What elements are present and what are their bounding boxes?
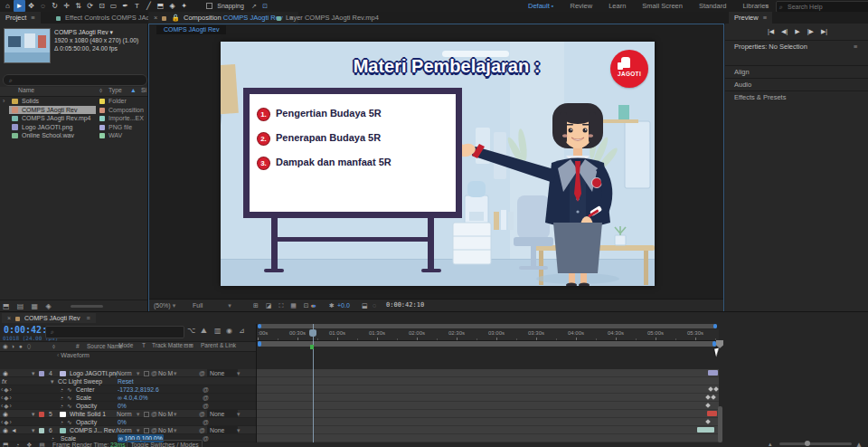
track-lane[interactable] bbox=[257, 369, 719, 377]
selection-tool[interactable]: ► bbox=[14, 0, 25, 12]
exposure-value[interactable]: +0.0 bbox=[337, 300, 350, 311]
column-name[interactable]: Name bbox=[18, 87, 34, 93]
lock-icon[interactable]: 🔒 bbox=[172, 14, 180, 22]
playhead-handle[interactable] bbox=[309, 329, 316, 337]
layer-name[interactable]: White Solid 1 bbox=[70, 410, 117, 418]
properties-panel-header[interactable]: Properties: No Selection ≡ bbox=[725, 40, 868, 52]
panel-menu-icon[interactable]: ≡ bbox=[86, 315, 90, 321]
next-frame-button[interactable]: |▶ bbox=[807, 28, 814, 35]
waveform-label[interactable]: ‹ Waveform bbox=[57, 352, 90, 358]
workspace-default[interactable]: Default ▪ bbox=[528, 0, 554, 12]
work-area-start[interactable] bbox=[258, 341, 261, 347]
property-value[interactable]: 0% bbox=[118, 418, 127, 426]
work-area-bar[interactable] bbox=[258, 341, 716, 347]
project-item[interactable]: COMPS JAogti Rev.mp4 Importe...EX bbox=[0, 114, 147, 123]
graph-icon[interactable]: ∿ bbox=[67, 402, 72, 410]
matte-pickwhip-icon[interactable]: @ bbox=[151, 426, 157, 434]
effect-reset-link[interactable]: Reset bbox=[118, 377, 134, 385]
panel-menu-icon[interactable]: ≡ bbox=[763, 14, 767, 22]
label-swatch[interactable] bbox=[99, 125, 105, 130]
composition-flowchart-icon[interactable]: ⌥ bbox=[187, 327, 195, 335]
stopwatch-icon[interactable]: ◔ bbox=[60, 418, 63, 426]
track-lane[interactable] bbox=[257, 394, 719, 402]
tab-project[interactable]: Project≡ bbox=[0, 12, 41, 24]
play-button[interactable]: ▶ bbox=[795, 28, 799, 35]
track-matte-dropdown[interactable]: No M bbox=[158, 369, 173, 377]
property-name[interactable]: Center bbox=[76, 385, 94, 394]
interpret-footage-icon[interactable]: ⬒ bbox=[3, 302, 10, 310]
delete-icon[interactable]: ◈ bbox=[45, 302, 51, 310]
parent-dropdown[interactable]: None bbox=[207, 369, 238, 377]
mask-visibility-icon[interactable]: ◪ bbox=[266, 302, 272, 309]
matte-pickwhip-icon[interactable]: @ bbox=[151, 410, 157, 418]
snap-grid-icon[interactable]: ⊡ bbox=[262, 3, 268, 9]
track-matte-dropdown[interactable]: No M bbox=[158, 426, 173, 434]
timeline-row[interactable]: ‹◆› ◔ ∿ Scale ∞ 4.0,4.0% @ bbox=[0, 394, 256, 402]
layer-name[interactable]: Logo JAGOTI.png bbox=[70, 369, 117, 377]
keyframe-icon[interactable] bbox=[711, 395, 716, 400]
track-lane[interactable] bbox=[257, 426, 719, 434]
toggle-switches-button[interactable]: Toggle Switches / Modes bbox=[127, 440, 203, 447]
composition-canvas[interactable]: 1.Pengertian Budaya 5R 2.Penerapan Buday… bbox=[221, 42, 655, 286]
resolution-dropdown[interactable]: Full ▾ bbox=[193, 300, 231, 311]
close-icon[interactable]: × bbox=[154, 14, 157, 22]
layer-color-swatch[interactable] bbox=[39, 371, 44, 376]
eraser-tool[interactable]: ◈ bbox=[166, 0, 178, 12]
twirl-icon[interactable]: › bbox=[3, 97, 5, 106]
timeline-row[interactable]: ‹◆› ◔ ∿ Opacity 0% @ bbox=[0, 418, 256, 426]
composition-name[interactable]: COMPS JAogti Rev ▾ bbox=[54, 28, 145, 36]
timeline-track-area[interactable]: :00s 00:30s 01:00s 01:30s 02:00s 02:30s … bbox=[256, 324, 719, 442]
time-ruler[interactable]: :00s 00:30s 01:00s 01:30s 02:00s 02:30s … bbox=[257, 329, 719, 341]
chevron-down-icon[interactable]: ▾ bbox=[32, 369, 34, 377]
panel-menu-icon[interactable]: ≡ bbox=[31, 14, 34, 22]
parent-dropdown[interactable]: None bbox=[207, 410, 238, 418]
puppet-pin-tool[interactable]: ✦ bbox=[178, 0, 190, 12]
workspace-learn[interactable]: Learn bbox=[609, 0, 626, 12]
switches-icon[interactable]: ⊟⊞ bbox=[184, 341, 193, 350]
blend-mode-dropdown[interactable]: Norm bbox=[117, 426, 132, 434]
live-update-icon[interactable]: ◔ bbox=[15, 442, 19, 447]
draft-3d-icon[interactable]: ⛰ bbox=[201, 327, 207, 336]
layer-color-swatch[interactable] bbox=[39, 412, 44, 417]
parent-dropdown[interactable]: None bbox=[207, 426, 238, 434]
previous-frame-button[interactable]: ◀| bbox=[781, 28, 788, 35]
pixel-aspect-icon[interactable]: ⊡ bbox=[304, 302, 309, 309]
track-lane[interactable] bbox=[257, 385, 719, 394]
keyframe-icon[interactable] bbox=[705, 403, 711, 408]
timeline-row[interactable]: ‹◆› ◔ ∿ Center -1723.2,8192.6 @ bbox=[0, 385, 256, 394]
timeline-zoom-slider[interactable] bbox=[779, 442, 852, 445]
panel-menu-icon[interactable]: ≡ bbox=[854, 41, 857, 53]
parent-pickwhip-icon[interactable]: @ bbox=[199, 369, 205, 377]
preserve-transparency-toggle[interactable] bbox=[144, 412, 149, 417]
pen-tool[interactable]: ✒ bbox=[119, 0, 131, 12]
navigator-start-handle[interactable] bbox=[258, 324, 261, 328]
property-name[interactable]: Opacity bbox=[76, 418, 97, 426]
time-navigator[interactable] bbox=[258, 324, 717, 328]
eye-icon[interactable]: ◉ bbox=[3, 426, 8, 434]
blend-mode-dropdown[interactable]: Norm bbox=[117, 369, 132, 377]
section-align[interactable]: Align bbox=[725, 65, 868, 78]
keyframe-icon[interactable] bbox=[705, 419, 711, 424]
sort-icon[interactable]: ▲ bbox=[130, 87, 137, 93]
stopwatch-icon[interactable]: ◔ bbox=[60, 385, 63, 394]
navigator-end-handle[interactable] bbox=[713, 324, 717, 328]
timeline-row[interactable]: ◉ ▾ 4 Logo JAGOTI.png Norm ▾ @ No M ▾ @ … bbox=[0, 369, 256, 377]
rotation-tool[interactable]: ⟳ bbox=[84, 0, 96, 12]
workspace-small-screen[interactable]: Small Screen bbox=[642, 0, 683, 12]
eye-icon[interactable]: ◉ bbox=[3, 410, 8, 418]
keyframe-icon[interactable] bbox=[708, 386, 713, 392]
track-lane[interactable] bbox=[257, 418, 719, 426]
label-swatch[interactable] bbox=[99, 108, 105, 113]
transform-box-icon[interactable]: ❖ bbox=[26, 442, 32, 447]
label-swatch[interactable] bbox=[99, 133, 105, 138]
track-lane[interactable] bbox=[257, 410, 719, 418]
chevron-down-icon[interactable]: ▾ bbox=[32, 426, 34, 434]
new-folder-icon[interactable]: ▤ bbox=[17, 302, 24, 310]
shape-tool[interactable]: ▭ bbox=[108, 0, 119, 12]
property-value[interactable]: 0% bbox=[118, 402, 127, 410]
work-area-end[interactable] bbox=[712, 341, 716, 347]
project-item[interactable]: COMPS JAogti Rev Composition bbox=[0, 106, 147, 115]
layer-color-swatch[interactable] bbox=[39, 428, 44, 433]
eye-icon[interactable]: ◉ bbox=[3, 369, 8, 377]
workspace-overflow-icon[interactable]: » bbox=[765, 0, 769, 12]
